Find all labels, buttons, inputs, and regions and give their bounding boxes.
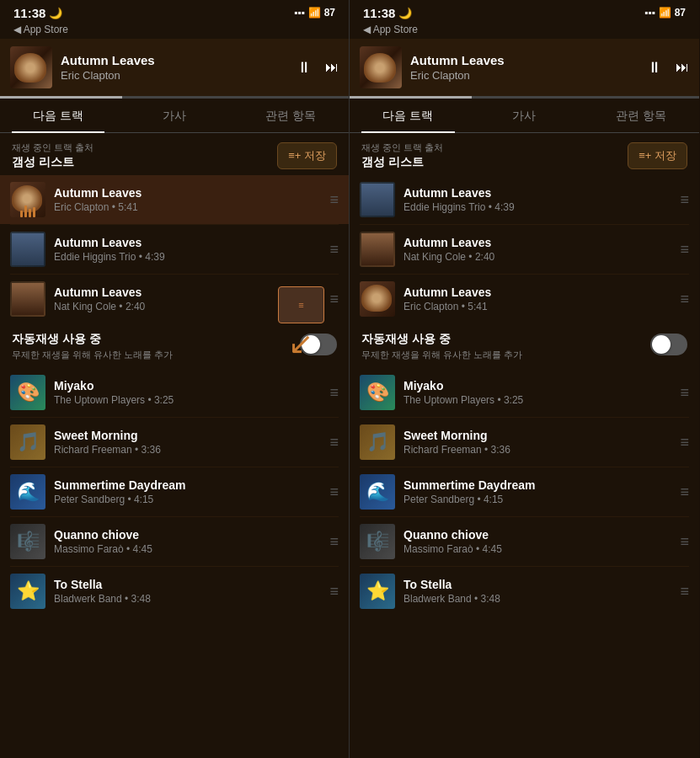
suggestion-sub: The Uptown Players • 3:25 <box>403 394 671 406</box>
drag-handle[interactable]: ≡ <box>329 241 339 259</box>
next-button[interactable]: ⏭ <box>325 60 339 75</box>
source-info: 재생 중인 트랙 출처 갬성 리스트 <box>12 141 94 170</box>
drag-handle[interactable]: ≡ <box>329 291 339 308</box>
suggestion-item[interactable]: To Stella Bladwerk Band • 3:48 ≡ <box>0 567 349 616</box>
source-section: 재생 중인 트랙 출처 갬성 리스트 ≡+ 저장 <box>0 133 349 175</box>
tabs: 다음 트랙가사관련 항목 <box>0 99 349 133</box>
suggestion-info: Summertime Daydream Peter Sandberg • 4:1… <box>54 478 321 505</box>
track-art <box>360 281 395 317</box>
suggestion-info: Sweet Morning Richard Freeman • 3:36 <box>54 429 321 456</box>
autoplay-title: 자동재생 사용 중 <box>12 332 173 347</box>
track-sub: Nat King Cole • 2:40 <box>54 301 321 312</box>
drag-handle[interactable]: ≡ <box>680 191 689 209</box>
autoplay-toggle[interactable] <box>300 334 337 355</box>
track-item[interactable]: Autumn Leaves Eric Clapton • 5:41 ≡ <box>350 275 699 323</box>
playing-indicator <box>20 206 35 217</box>
save-button[interactable]: ≡+ 저장 <box>628 142 687 169</box>
track-info: Autumn Leaves Eddie Higgins Trio • 4:39 <box>54 236 321 263</box>
track-item[interactable]: Autumn Leaves Eddie Higgins Trio • 4:39 … <box>0 225 349 274</box>
tab-2[interactable]: 관련 항목 <box>583 99 699 132</box>
tab-0[interactable]: 다음 트랙 <box>0 99 116 132</box>
track-title: Autumn Leaves <box>54 236 321 249</box>
suggestion-title: Sweet Morning <box>54 429 321 442</box>
moon-icon: 🌙 <box>49 7 62 19</box>
track-item[interactable]: Autumn Leaves Eric Clapton • 5:41 ≡ <box>0 175 349 224</box>
track-info: Autumn Leaves Nat King Cole • 2:40 <box>54 286 321 312</box>
pause-button[interactable]: ⏸ <box>647 59 662 77</box>
autoplay-text: 자동재생 사용 중 무제한 재생을 위해 유사한 노래를 추가 <box>361 332 522 361</box>
drag-handle[interactable]: ≡ <box>329 583 339 601</box>
suggestion-item[interactable]: Sweet Morning Richard Freeman • 3:36 ≡ <box>0 418 349 467</box>
suggestion-art <box>360 524 395 559</box>
status-bar: 11:38 🌙 ▪▪▪ 📶 87 <box>0 0 349 24</box>
status-left: 11:38 🌙 <box>363 6 412 20</box>
tab-0[interactable]: 다음 트랙 <box>350 99 466 132</box>
drag-handle[interactable]: ≡ <box>329 483 339 501</box>
drag-handle[interactable]: ≡ <box>680 384 689 402</box>
track-title: Autumn Leaves <box>403 236 671 249</box>
suggestion-item[interactable]: Miyako The Uptown Players • 3:25 ≡ <box>350 368 699 417</box>
drag-handle[interactable]: ≡ <box>329 434 339 451</box>
next-button[interactable]: ⏭ <box>676 60 689 75</box>
drag-handle[interactable]: ≡ <box>329 191 339 209</box>
autoplay-sub: 무제한 재생을 위해 유사한 노래를 추가 <box>361 349 522 361</box>
status-right: ▪▪▪ 📶 87 <box>294 7 335 19</box>
suggestion-item[interactable]: To Stella Bladwerk Band • 3:48 ≡ <box>350 567 699 616</box>
save-button[interactable]: ≡+ 저장 <box>277 142 337 169</box>
status-time: 11:38 <box>363 6 395 20</box>
drag-handle[interactable]: ≡ <box>680 291 689 308</box>
pause-button[interactable]: ⏸ <box>297 59 312 77</box>
suggestion-title: Summertime Daydream <box>403 478 671 492</box>
now-playing-bar: Autumn Leaves Eric Clapton ⏸ ⏭ <box>0 39 349 96</box>
suggestion-item[interactable]: Quanno chiove Massimo Faraò • 4:45 ≡ <box>0 517 349 566</box>
suggestion-art <box>10 424 45 460</box>
autoplay-section: 자동재생 사용 중 무제한 재생을 위해 유사한 노래를 추가 <box>0 323 349 368</box>
drag-handle[interactable]: ≡ <box>680 434 689 451</box>
drag-handle[interactable]: ≡ <box>680 533 689 551</box>
suggestion-item[interactable]: Summertime Daydream Peter Sandberg • 4:1… <box>350 467 699 516</box>
suggestion-item[interactable]: Summertime Daydream Peter Sandberg • 4:1… <box>0 467 349 516</box>
back-label[interactable]: ◀ App Store <box>350 24 699 39</box>
drag-handle[interactable]: ≡ <box>680 583 689 601</box>
battery-level: 87 <box>675 7 686 19</box>
track-item[interactable]: Autumn Leaves Nat King Cole • 2:40 ≡ <box>350 225 699 274</box>
autoplay-sub: 무제한 재생을 위해 유사한 노래를 추가 <box>12 349 173 361</box>
suggestion-item[interactable]: Sweet Morning Richard Freeman • 3:36 ≡ <box>350 418 699 467</box>
track-info: Autumn Leaves Eddie Higgins Trio • 4:39 <box>403 186 671 213</box>
drag-handle[interactable]: ≡ <box>680 241 689 259</box>
drag-handle[interactable]: ≡ <box>680 483 689 501</box>
now-playing-title: Autumn Leaves <box>61 53 288 67</box>
autoplay-title: 자동재생 사용 중 <box>361 332 522 347</box>
drag-handle[interactable]: ≡ <box>329 533 339 551</box>
signal-icon: ▪▪▪ <box>294 7 305 19</box>
track-art <box>10 281 45 317</box>
track-item[interactable]: Autumn Leaves Nat King Cole • 2:40 ≡ <box>0 275 349 323</box>
source-name: 갬성 리스트 <box>361 155 443 170</box>
suggestion-info: Miyako The Uptown Players • 3:25 <box>403 379 671 406</box>
suggestion-sub: Bladwerk Band • 3:48 <box>403 593 671 605</box>
track-art <box>360 182 395 217</box>
suggestion-list: Miyako The Uptown Players • 3:25 ≡ Sweet… <box>350 368 699 616</box>
status-bar: 11:38 🌙 ▪▪▪ 📶 87 <box>350 0 699 24</box>
now-playing-artist: Eric Clapton <box>410 69 639 82</box>
drag-handle[interactable]: ≡ <box>329 384 339 402</box>
tab-2[interactable]: 관련 항목 <box>232 99 349 132</box>
track-item[interactable]: Autumn Leaves Eddie Higgins Trio • 4:39 … <box>350 175 699 224</box>
track-list: Autumn Leaves Eric Clapton • 5:41 ≡ Autu… <box>0 175 349 323</box>
track-title: Autumn Leaves <box>403 286 671 299</box>
suggestion-sub: Richard Freeman • 3:36 <box>403 444 671 456</box>
suggestion-list: Miyako The Uptown Players • 3:25 ≡ Sweet… <box>0 368 349 616</box>
toggle-knob <box>652 335 671 354</box>
now-playing-title: Autumn Leaves <box>410 53 639 67</box>
tab-1[interactable]: 가사 <box>466 99 582 132</box>
suggestion-item[interactable]: Miyako The Uptown Players • 3:25 ≡ <box>0 368 349 417</box>
suggestion-item[interactable]: Quanno chiove Massimo Faraò • 4:45 ≡ <box>350 517 699 566</box>
suggestion-info: To Stella Bladwerk Band • 3:48 <box>403 578 671 605</box>
track-list: Autumn Leaves Eddie Higgins Trio • 4:39 … <box>350 175 699 323</box>
playback-controls: ⏸ ⏭ <box>297 59 339 77</box>
back-label[interactable]: ◀ App Store <box>0 24 349 39</box>
suggestion-info: Quanno chiove Massimo Faraò • 4:45 <box>54 528 321 555</box>
autoplay-toggle[interactable] <box>650 334 687 355</box>
suggestion-art <box>10 574 45 609</box>
tab-1[interactable]: 가사 <box>116 99 232 132</box>
